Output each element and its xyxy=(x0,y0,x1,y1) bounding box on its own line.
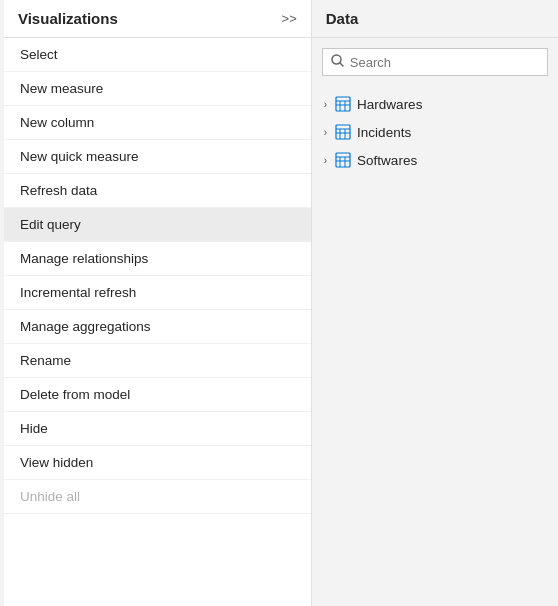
menu-item-hide[interactable]: Hide xyxy=(4,412,311,446)
menu-item-delete-from-model[interactable]: Delete from model xyxy=(4,378,311,412)
menu-item-view-hidden[interactable]: View hidden xyxy=(4,446,311,480)
svg-line-1 xyxy=(339,63,343,67)
svg-rect-12 xyxy=(336,153,350,167)
menu-item-refresh-data[interactable]: Refresh data xyxy=(4,174,311,208)
table-icon xyxy=(335,152,351,168)
menu-item-select[interactable]: Select xyxy=(4,38,311,72)
expand-arrow-icon: › xyxy=(324,127,327,138)
search-input[interactable] xyxy=(350,55,539,70)
panel-header: Visualizations >> xyxy=(4,0,311,38)
data-item-incidents[interactable]: › Incidents xyxy=(312,118,558,146)
data-item-label: Incidents xyxy=(357,125,411,140)
menu-item-new-column[interactable]: New column xyxy=(4,106,311,140)
expand-arrow-icon: › xyxy=(324,99,327,110)
expand-arrow-icon: › xyxy=(324,155,327,166)
search-icon xyxy=(331,54,344,70)
table-icon xyxy=(335,96,351,112)
search-box[interactable] xyxy=(322,48,548,76)
menu-item-new-quick-measure[interactable]: New quick measure xyxy=(4,140,311,174)
menu-item-rename[interactable]: Rename xyxy=(4,344,311,378)
data-item-hardwares[interactable]: › Hardwares xyxy=(312,90,558,118)
data-item-softwares[interactable]: › Softwares xyxy=(312,146,558,174)
panel-title: Visualizations xyxy=(18,10,118,27)
data-item-label: Softwares xyxy=(357,153,417,168)
menu-item-manage-relationships[interactable]: Manage relationships xyxy=(4,242,311,276)
visualizations-panel: Visualizations >> SelectNew measureNew c… xyxy=(4,0,312,606)
data-panel-title: Data xyxy=(326,10,359,27)
svg-rect-2 xyxy=(336,97,350,111)
menu-item-edit-query[interactable]: Edit query xyxy=(4,208,311,242)
svg-rect-7 xyxy=(336,125,350,139)
data-panel: Data › Hardwares› Incidents› xyxy=(312,0,558,606)
menu-item-new-measure[interactable]: New measure xyxy=(4,72,311,106)
menu-item-unhide-all: Unhide all xyxy=(4,480,311,514)
chevron-right-icon[interactable]: >> xyxy=(282,11,297,26)
table-icon xyxy=(335,124,351,140)
menu-item-incremental-refresh[interactable]: Incremental refresh xyxy=(4,276,311,310)
data-list: › Hardwares› Incidents› Softwares xyxy=(312,86,558,178)
menu-item-manage-aggregations[interactable]: Manage aggregations xyxy=(4,310,311,344)
data-item-label: Hardwares xyxy=(357,97,422,112)
data-panel-header: Data xyxy=(312,0,558,38)
menu-list: SelectNew measureNew columnNew quick mea… xyxy=(4,38,311,606)
